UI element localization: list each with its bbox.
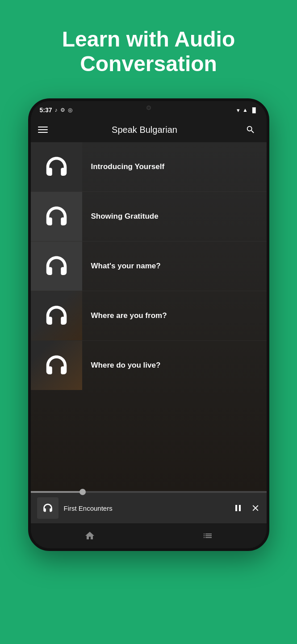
thumbnail-1 (31, 142, 82, 191)
phone-frame: 5:37 ♪ ⚙ ◎ ▾ ▲ ▐▌ Speak Bulgarian (28, 98, 269, 551)
thumbnail-4 (31, 291, 82, 340)
app-bar: Speak Bulgarian (31, 117, 267, 142)
player-title: First Encounters (64, 504, 227, 512)
wifi-icon: ▾ (237, 107, 240, 114)
thumbnail-2 (31, 192, 82, 241)
player-thumbnail (37, 497, 59, 519)
nav-list[interactable] (202, 530, 213, 541)
bottom-nav (31, 523, 267, 548)
close-button[interactable] (251, 503, 260, 513)
list-item[interactable]: Showing Gratitude (31, 192, 267, 242)
player-controls (233, 503, 260, 513)
camera (146, 106, 151, 110)
list-item[interactable]: Where do you live? (31, 341, 267, 390)
hero-section: Learn with Audio Conversation (0, 0, 297, 98)
search-button[interactable] (242, 121, 259, 139)
list-item[interactable]: Introducing Yourself (31, 142, 267, 192)
thumbnail-5 (31, 341, 82, 390)
nav-home[interactable] (84, 530, 95, 541)
list-item[interactable]: What's your name? (31, 242, 267, 291)
progress-bar[interactable] (31, 491, 267, 493)
hero-title: Learn with Audio Conversation (0, 27, 297, 76)
settings-icon: ⚙ (60, 107, 65, 113)
audio-list: Introducing Yourself Showing Gratitude W… (31, 142, 267, 491)
menu-button[interactable] (38, 127, 48, 133)
player-bar: First Encounters (31, 493, 267, 523)
radar-icon: ◎ (68, 107, 72, 113)
item-title-4: Where are you from? (82, 311, 267, 320)
status-time: 5:37 (40, 106, 52, 114)
item-title-1: Introducing Yourself (82, 162, 267, 171)
list-item[interactable]: Where are you from? (31, 291, 267, 341)
item-title-5: Where do you live? (82, 361, 267, 370)
progress-fill (31, 491, 83, 493)
progress-thumb (79, 489, 86, 495)
thumbnail-3 (31, 242, 82, 291)
pause-button[interactable] (233, 503, 243, 513)
item-title-3: What's your name? (82, 262, 267, 271)
battery-icon: ▐▌ (251, 107, 258, 113)
player-bar-container: First Encounters (31, 491, 267, 523)
music-icon: ♪ (55, 107, 58, 113)
app-title: Speak Bulgarian (112, 125, 177, 135)
item-title-2: Showing Gratitude (82, 212, 267, 221)
signal-icon: ▲ (243, 107, 248, 113)
